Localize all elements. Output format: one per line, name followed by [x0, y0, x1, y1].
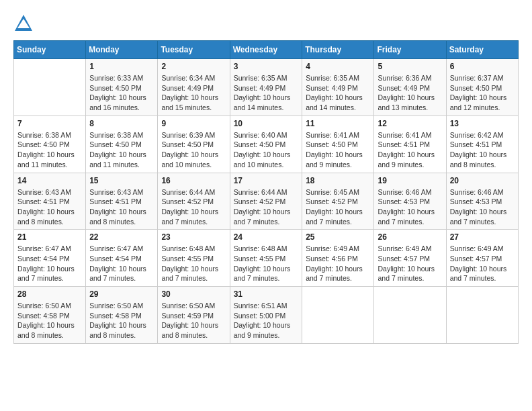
calendar-cell: 13Sunrise: 6:42 AM Sunset: 4:51 PM Dayli…	[446, 116, 518, 173]
weekday-header-row: SundayMondayTuesdayWednesdayThursdayFrid…	[14, 41, 519, 59]
calendar-cell: 5Sunrise: 6:36 AM Sunset: 4:49 PM Daylig…	[374, 59, 446, 116]
day-number: 18	[306, 176, 370, 185]
calendar-week-2: 7Sunrise: 6:38 AM Sunset: 4:50 PM Daylig…	[14, 116, 519, 173]
day-info: Sunrise: 6:36 AM Sunset: 4:49 PM Dayligh…	[378, 73, 442, 113]
day-number: 28	[17, 289, 82, 299]
day-number: 1	[89, 62, 154, 71]
calendar-cell: 28Sunrise: 6:50 AM Sunset: 4:58 PM Dayli…	[14, 287, 86, 344]
day-number: 17	[234, 176, 299, 185]
day-info: Sunrise: 6:38 AM Sunset: 4:50 PM Dayligh…	[89, 130, 154, 170]
day-info: Sunrise: 6:35 AM Sunset: 4:49 PM Dayligh…	[306, 73, 370, 113]
day-number: 7	[17, 119, 82, 128]
day-info: Sunrise: 6:46 AM Sunset: 4:53 PM Dayligh…	[378, 187, 442, 227]
day-number: 13	[450, 119, 515, 128]
day-info: Sunrise: 6:42 AM Sunset: 4:51 PM Dayligh…	[450, 130, 515, 170]
logo-icon	[13, 13, 34, 34]
day-info: Sunrise: 6:50 AM Sunset: 4:58 PM Dayligh…	[17, 301, 82, 340]
calendar-header: SundayMondayTuesdayWednesdayThursdayFrid…	[14, 41, 519, 59]
calendar-cell: 25Sunrise: 6:49 AM Sunset: 4:56 PM Dayli…	[302, 230, 374, 287]
day-number: 25	[306, 232, 370, 242]
day-number: 26	[378, 232, 442, 242]
calendar-cell: 17Sunrise: 6:44 AM Sunset: 4:52 PM Dayli…	[230, 173, 302, 230]
calendar-cell: 1Sunrise: 6:33 AM Sunset: 4:50 PM Daylig…	[86, 59, 158, 116]
day-number: 23	[161, 232, 226, 242]
calendar-cell: 27Sunrise: 6:49 AM Sunset: 4:57 PM Dayli…	[446, 230, 518, 287]
day-number: 4	[306, 62, 370, 71]
calendar-cell	[14, 59, 86, 116]
day-info: Sunrise: 6:45 AM Sunset: 4:52 PM Dayligh…	[306, 187, 370, 227]
calendar-cell	[302, 287, 374, 344]
calendar-week-4: 21Sunrise: 6:47 AM Sunset: 4:54 PM Dayli…	[14, 230, 519, 287]
day-info: Sunrise: 6:48 AM Sunset: 4:55 PM Dayligh…	[161, 244, 226, 283]
calendar-week-3: 14Sunrise: 6:43 AM Sunset: 4:51 PM Dayli…	[14, 173, 519, 230]
calendar-cell: 16Sunrise: 6:44 AM Sunset: 4:52 PM Dayli…	[158, 173, 230, 230]
day-number: 12	[378, 119, 442, 128]
calendar-cell: 20Sunrise: 6:46 AM Sunset: 4:53 PM Dayli…	[446, 173, 518, 230]
day-info: Sunrise: 6:49 AM Sunset: 4:57 PM Dayligh…	[378, 244, 442, 283]
weekday-header-tuesday: Tuesday	[158, 41, 230, 59]
day-info: Sunrise: 6:41 AM Sunset: 4:50 PM Dayligh…	[306, 130, 370, 170]
calendar-table: SundayMondayTuesdayWednesdayThursdayFrid…	[13, 40, 519, 344]
day-info: Sunrise: 6:49 AM Sunset: 4:56 PM Dayligh…	[306, 244, 370, 283]
page-header	[13, 13, 519, 34]
day-number: 15	[89, 176, 154, 185]
calendar-cell: 3Sunrise: 6:35 AM Sunset: 4:49 PM Daylig…	[230, 59, 302, 116]
day-info: Sunrise: 6:47 AM Sunset: 4:54 PM Dayligh…	[89, 244, 154, 283]
weekday-header-monday: Monday	[86, 41, 158, 59]
day-info: Sunrise: 6:39 AM Sunset: 4:50 PM Dayligh…	[161, 130, 226, 170]
day-number: 31	[234, 289, 299, 299]
day-info: Sunrise: 6:48 AM Sunset: 4:55 PM Dayligh…	[234, 244, 299, 283]
day-info: Sunrise: 6:47 AM Sunset: 4:54 PM Dayligh…	[17, 244, 82, 283]
calendar-cell: 10Sunrise: 6:40 AM Sunset: 4:50 PM Dayli…	[230, 116, 302, 173]
calendar-cell: 29Sunrise: 6:50 AM Sunset: 4:58 PM Dayli…	[86, 287, 158, 344]
day-number: 10	[234, 119, 299, 128]
calendar-cell: 22Sunrise: 6:47 AM Sunset: 4:54 PM Dayli…	[86, 230, 158, 287]
calendar-cell: 14Sunrise: 6:43 AM Sunset: 4:51 PM Dayli…	[14, 173, 86, 230]
calendar-cell: 7Sunrise: 6:38 AM Sunset: 4:50 PM Daylig…	[14, 116, 86, 173]
day-info: Sunrise: 6:41 AM Sunset: 4:51 PM Dayligh…	[378, 130, 442, 170]
calendar-cell: 9Sunrise: 6:39 AM Sunset: 4:50 PM Daylig…	[158, 116, 230, 173]
calendar-cell: 15Sunrise: 6:43 AM Sunset: 4:51 PM Dayli…	[86, 173, 158, 230]
day-info: Sunrise: 6:44 AM Sunset: 4:52 PM Dayligh…	[234, 187, 299, 227]
weekday-header-sunday: Sunday	[14, 41, 86, 59]
day-info: Sunrise: 6:40 AM Sunset: 4:50 PM Dayligh…	[234, 130, 299, 170]
day-number: 14	[17, 176, 82, 185]
calendar-week-1: 1Sunrise: 6:33 AM Sunset: 4:50 PM Daylig…	[14, 59, 519, 116]
day-info: Sunrise: 6:50 AM Sunset: 4:59 PM Dayligh…	[161, 301, 226, 340]
day-number: 5	[378, 62, 442, 71]
day-info: Sunrise: 6:38 AM Sunset: 4:50 PM Dayligh…	[17, 130, 82, 170]
calendar-week-5: 28Sunrise: 6:50 AM Sunset: 4:58 PM Dayli…	[14, 287, 519, 344]
day-number: 8	[89, 119, 154, 128]
day-info: Sunrise: 6:43 AM Sunset: 4:51 PM Dayligh…	[17, 187, 82, 227]
day-info: Sunrise: 6:44 AM Sunset: 4:52 PM Dayligh…	[161, 187, 226, 227]
weekday-header-wednesday: Wednesday	[230, 41, 302, 59]
day-number: 6	[450, 62, 515, 71]
weekday-header-friday: Friday	[374, 41, 446, 59]
day-number: 27	[450, 232, 515, 242]
calendar-cell: 8Sunrise: 6:38 AM Sunset: 4:50 PM Daylig…	[86, 116, 158, 173]
weekday-header-thursday: Thursday	[302, 41, 374, 59]
calendar-cell: 19Sunrise: 6:46 AM Sunset: 4:53 PM Dayli…	[374, 173, 446, 230]
day-info: Sunrise: 6:49 AM Sunset: 4:57 PM Dayligh…	[450, 244, 515, 283]
calendar-cell: 2Sunrise: 6:34 AM Sunset: 4:49 PM Daylig…	[158, 59, 230, 116]
day-number: 24	[234, 232, 299, 242]
calendar-cell: 30Sunrise: 6:50 AM Sunset: 4:59 PM Dayli…	[158, 287, 230, 344]
day-number: 9	[161, 119, 226, 128]
calendar-cell: 4Sunrise: 6:35 AM Sunset: 4:49 PM Daylig…	[302, 59, 374, 116]
logo	[13, 13, 36, 34]
day-info: Sunrise: 6:37 AM Sunset: 4:50 PM Dayligh…	[450, 73, 515, 113]
day-number: 2	[161, 62, 226, 71]
calendar-cell: 21Sunrise: 6:47 AM Sunset: 4:54 PM Dayli…	[14, 230, 86, 287]
day-number: 22	[89, 232, 154, 242]
calendar-cell	[374, 287, 446, 344]
calendar-cell	[446, 287, 518, 344]
day-number: 11	[306, 119, 370, 128]
day-info: Sunrise: 6:34 AM Sunset: 4:49 PM Dayligh…	[161, 73, 226, 113]
calendar-body: 1Sunrise: 6:33 AM Sunset: 4:50 PM Daylig…	[14, 59, 519, 344]
calendar-cell: 11Sunrise: 6:41 AM Sunset: 4:50 PM Dayli…	[302, 116, 374, 173]
day-info: Sunrise: 6:50 AM Sunset: 4:58 PM Dayligh…	[89, 301, 154, 340]
day-number: 30	[161, 289, 226, 299]
day-info: Sunrise: 6:33 AM Sunset: 4:50 PM Dayligh…	[89, 73, 154, 113]
day-number: 29	[89, 289, 154, 299]
day-number: 3	[234, 62, 299, 71]
